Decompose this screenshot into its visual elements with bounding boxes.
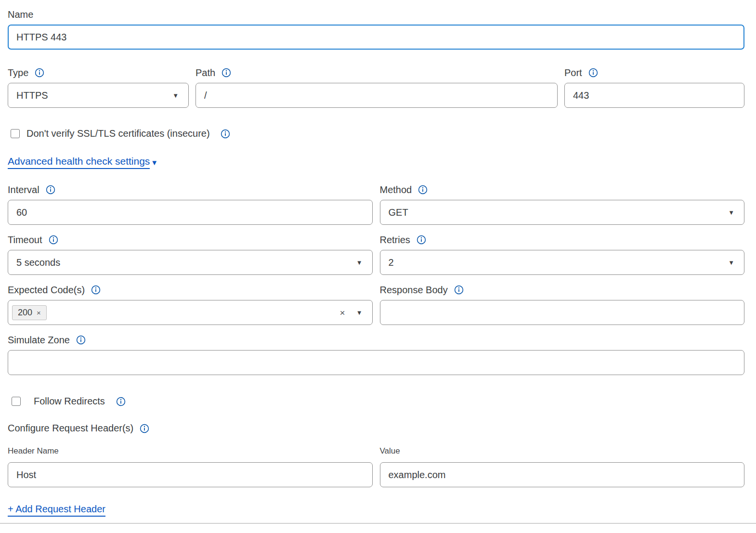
- type-info-icon[interactable]: [35, 68, 44, 78]
- add-request-header-link-text: + Add Request Header: [8, 504, 105, 517]
- ssl-verify-checkbox-row: Don't verify SSL/TLS certificates (insec…: [11, 128, 744, 139]
- header-value-column-label: Value: [380, 446, 400, 456]
- method-select[interactable]: GET ▼: [380, 200, 745, 225]
- timeout-info-icon[interactable]: [49, 235, 58, 245]
- advanced-settings-link[interactable]: Advanced health check settings ▼: [8, 156, 158, 169]
- type-path-port-row: Type HTTPS ▼ Path Port: [8, 67, 744, 108]
- path-info-icon[interactable]: [222, 68, 231, 78]
- response-body-label: Response Body: [380, 284, 448, 296]
- health-check-form: Name Type HTTPS ▼ Path: [0, 0, 756, 533]
- request-header-row: Header Name Value: [8, 446, 744, 487]
- simulate-zone-label: Simulate Zone: [8, 334, 70, 346]
- chevron-down-icon: ▼: [151, 159, 158, 166]
- request-headers-section-title-row: Configure Request Header(s): [8, 423, 744, 434]
- type-select-value: HTTPS: [16, 90, 48, 101]
- path-input[interactable]: [196, 83, 558, 108]
- retries-info-icon[interactable]: [417, 235, 426, 245]
- simulate-zone-info-icon[interactable]: [76, 335, 86, 345]
- type-label: Type: [8, 67, 28, 78]
- chevron-down-icon[interactable]: ▼: [728, 209, 734, 216]
- timeout-select-value: 5 seconds: [16, 257, 60, 268]
- name-input[interactable]: [8, 25, 744, 50]
- clear-all-icon[interactable]: ×: [339, 308, 345, 317]
- expected-codes-info-icon[interactable]: [91, 285, 101, 295]
- section-divider: [0, 523, 756, 524]
- add-request-header-link[interactable]: + Add Request Header: [8, 504, 105, 517]
- header-name-input[interactable]: [8, 462, 373, 487]
- code-tag-text: 200: [18, 308, 32, 318]
- retries-select-value: 2: [389, 257, 394, 268]
- method-select-value: GET: [389, 207, 408, 218]
- name-label: Name: [8, 9, 33, 20]
- header-value-input[interactable]: [380, 462, 745, 487]
- remove-tag-icon[interactable]: ×: [37, 309, 41, 316]
- port-input[interactable]: [564, 83, 744, 108]
- retries-label: Retries: [380, 234, 410, 246]
- interval-label: Interval: [8, 184, 39, 195]
- advanced-settings-link-text: Advanced health check settings: [8, 156, 150, 169]
- chevron-down-icon[interactable]: ▼: [356, 260, 363, 266]
- chevron-down-icon[interactable]: ▼: [172, 92, 179, 99]
- codes-body-row: Expected Code(s) 200 × × ▼ Response Body: [8, 284, 744, 325]
- retries-select[interactable]: 2 ▼: [380, 250, 745, 275]
- chevron-down-icon[interactable]: ▼: [356, 310, 363, 316]
- interval-input[interactable]: [8, 200, 373, 225]
- simulate-zone-input[interactable]: [8, 350, 744, 375]
- method-label: Method: [380, 184, 412, 195]
- response-body-input[interactable]: [380, 300, 745, 325]
- request-headers-section-title: Configure Request Header(s): [8, 423, 133, 434]
- ssl-verify-label: Don't verify SSL/TLS certificates (insec…: [26, 128, 210, 139]
- follow-redirects-checkbox[interactable]: [12, 397, 21, 406]
- follow-redirects-info-icon[interactable]: [116, 397, 126, 406]
- timeout-retries-row: Timeout 5 seconds ▼ Retries 2 ▼: [8, 234, 744, 275]
- port-label: Port: [564, 67, 582, 78]
- follow-redirects-label: Follow Redirects: [34, 396, 105, 407]
- expected-codes-multiselect[interactable]: 200 × × ▼: [8, 300, 373, 325]
- code-tag: 200 ×: [12, 305, 47, 320]
- header-name-column-label: Header Name: [8, 446, 59, 456]
- request-headers-info-icon[interactable]: [140, 424, 149, 433]
- path-label: Path: [196, 67, 215, 78]
- interval-method-row: Interval Method GET ▼: [8, 184, 744, 225]
- name-label-row: Name: [8, 9, 744, 20]
- follow-redirects-row: Follow Redirects: [12, 396, 744, 407]
- chevron-down-icon[interactable]: ▼: [728, 260, 734, 266]
- ssl-verify-info-icon[interactable]: [221, 129, 230, 139]
- expected-codes-label: Expected Code(s): [8, 284, 85, 296]
- simulate-zone-row: Simulate Zone: [8, 334, 744, 375]
- ssl-verify-checkbox[interactable]: [11, 129, 20, 138]
- type-select[interactable]: HTTPS ▼: [8, 83, 189, 108]
- method-info-icon[interactable]: [418, 185, 428, 195]
- timeout-select[interactable]: 5 seconds ▼: [8, 250, 373, 275]
- response-body-info-icon[interactable]: [454, 285, 464, 295]
- interval-info-icon[interactable]: [46, 185, 55, 195]
- timeout-label: Timeout: [8, 234, 42, 246]
- port-info-icon[interactable]: [588, 68, 598, 78]
